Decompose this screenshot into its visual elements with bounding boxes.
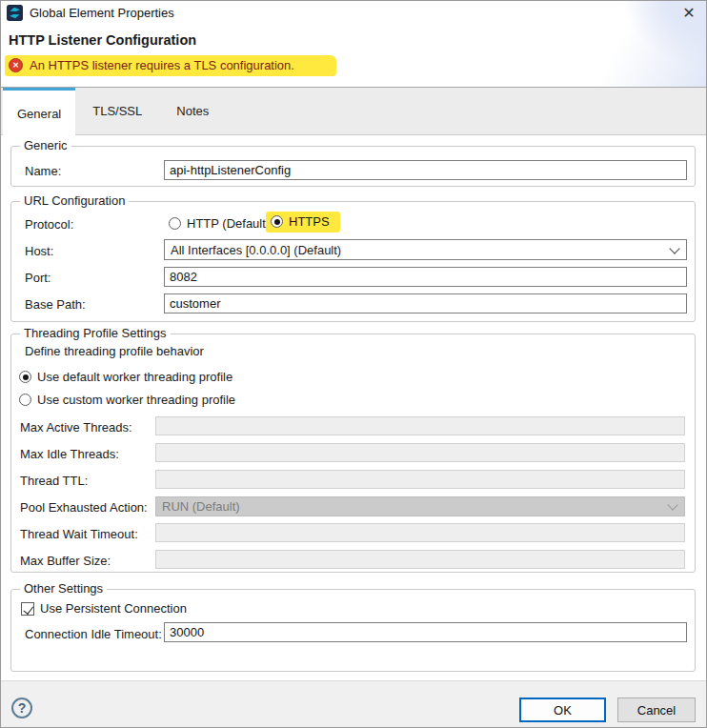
- error-message: An HTTPS listener requires a TLS configu…: [30, 58, 294, 72]
- other-settings-legend: Other Settings: [20, 581, 107, 596]
- pool-exhausted-action-select: RUN (Default): [155, 496, 685, 516]
- error-icon: ✕: [9, 58, 23, 72]
- max-buffer-size-label: Max Buffer Size:: [20, 554, 111, 568]
- default-threading-label: Use default worker threading profile: [37, 370, 232, 384]
- protocol-label: Protocol:: [25, 217, 73, 232]
- tab-tls-ssl[interactable]: TLS/SSL: [75, 88, 159, 134]
- name-label: Name:: [25, 164, 61, 178]
- title-bar: Global Element Properties ✕: [1, 1, 706, 26]
- error-banner: ✕ An HTTPS listener requires a TLS confi…: [5, 55, 336, 76]
- idle-timeout-input[interactable]: [164, 622, 687, 642]
- url-configuration-legend: URL Configuration: [20, 193, 129, 208]
- chevron-down-icon: [667, 499, 677, 510]
- pool-exhausted-action-label: Pool Exhausted Action:: [20, 500, 148, 515]
- max-active-threads-label: Max Active Threads:: [20, 420, 132, 435]
- threading-description: Define threading profile behavior: [25, 344, 204, 358]
- max-idle-threads-input: [155, 443, 685, 462]
- close-icon[interactable]: ✕: [679, 4, 698, 23]
- mule-app-icon: [7, 5, 23, 21]
- max-idle-threads-label: Max Idle Threads:: [20, 447, 119, 461]
- chevron-down-icon: [669, 243, 679, 253]
- page-title: HTTP Listener Configuration: [9, 32, 196, 48]
- footer-bar: ? OK Cancel: [1, 680, 706, 727]
- custom-threading-option[interactable]: Use custom worker threading profile: [19, 393, 235, 407]
- tab-general[interactable]: General: [3, 88, 75, 136]
- port-label: Port:: [25, 271, 50, 285]
- custom-threading-radio[interactable]: [19, 394, 31, 406]
- thread-ttl-input: [155, 470, 685, 489]
- protocol-http-radio[interactable]: [169, 217, 181, 230]
- host-label: Host:: [25, 244, 53, 258]
- max-buffer-size-input: [155, 550, 685, 569]
- host-select-value: All Interfaces [0.0.0.0] (Default): [171, 243, 341, 257]
- tab-notes[interactable]: Notes: [159, 88, 226, 134]
- name-input[interactable]: [164, 160, 687, 180]
- protocol-http-label: HTTP (Default): [187, 216, 270, 231]
- port-input[interactable]: [164, 267, 687, 287]
- base-path-input[interactable]: [164, 293, 687, 313]
- protocol-http-option[interactable]: HTTP (Default): [169, 216, 270, 231]
- persistent-connection-checkbox[interactable]: [21, 602, 34, 616]
- help-icon[interactable]: ?: [11, 698, 32, 718]
- host-select[interactable]: All Interfaces [0.0.0.0] (Default): [164, 239, 687, 260]
- generic-group-legend: Generic: [20, 138, 71, 152]
- protocol-https-radio[interactable]: [271, 215, 283, 228]
- window-title: Global Element Properties: [30, 6, 174, 20]
- threading-profile-legend: Threading Profile Settings: [20, 326, 171, 340]
- tab-bar: General TLS/SSL Notes: [1, 88, 706, 135]
- https-highlight: HTTPS: [266, 212, 340, 233]
- persistent-connection-label: Use Persistent Connection: [40, 601, 187, 616]
- global-element-properties-dialog: Global Element Properties ✕ HTTP Listene…: [0, 0, 707, 728]
- default-threading-radio[interactable]: [19, 371, 31, 383]
- idle-timeout-label: Connection Idle Timeout:: [25, 627, 162, 641]
- base-path-label: Base Path:: [25, 297, 86, 312]
- pool-exhausted-action-value: RUN (Default): [162, 499, 240, 514]
- protocol-https-option[interactable]: HTTPS: [266, 212, 340, 233]
- custom-threading-label: Use custom worker threading profile: [37, 393, 235, 407]
- protocol-https-label: HTTPS: [289, 214, 330, 229]
- thread-wait-timeout-input: [155, 523, 685, 542]
- max-active-threads-input: [155, 416, 685, 435]
- thread-wait-timeout-label: Thread Wait Timeout:: [20, 527, 138, 541]
- persistent-connection-option[interactable]: Use Persistent Connection: [21, 601, 187, 616]
- thread-ttl-label: Thread TTL:: [20, 474, 88, 488]
- default-threading-option[interactable]: Use default worker threading profile: [19, 370, 232, 384]
- cancel-button[interactable]: Cancel: [617, 698, 696, 722]
- ok-button[interactable]: OK: [519, 698, 606, 722]
